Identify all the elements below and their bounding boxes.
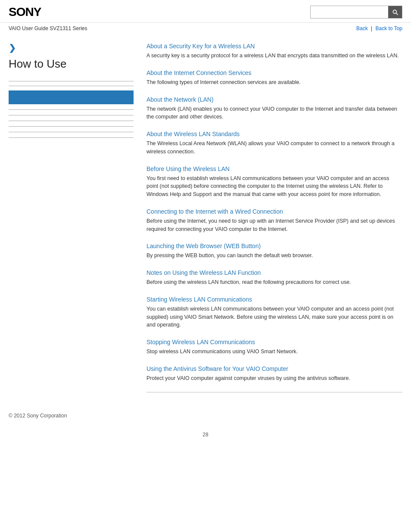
topics-container: About a Security Key for a Wireless LANA… — [146, 43, 402, 383]
topic-desc-web-browser-button: By pressing the WEB button, you can laun… — [146, 252, 402, 260]
topic-desc-internet-connection-services: The following types of Internet connecti… — [146, 78, 402, 87]
search-input[interactable] — [311, 6, 388, 18]
content-bottom-divider — [146, 392, 402, 392]
back-to-top-link[interactable]: Back to Top — [376, 25, 402, 31]
topic-desc-stopping-wireless-lan: Stop wireless LAN communications using V… — [146, 348, 402, 356]
topic-desc-starting-wireless-lan: You can establish wireless LAN communica… — [146, 305, 402, 329]
topic-link-wireless-lan-standards[interactable]: About the Wireless LAN Standards — [146, 131, 402, 137]
topic-desc-network-lan: The network (LAN) enables you to connect… — [146, 105, 402, 121]
search-button[interactable] — [388, 6, 402, 18]
topic-desc-security-key: A security key is a security protocol fo… — [146, 52, 402, 60]
topic-desc-antivirus: Protect your VAIO computer against compu… — [146, 374, 402, 383]
sub-header: VAIO User Guide SVZ1311 Series Back | Ba… — [0, 23, 411, 34]
sidebar-line-6 — [9, 137, 134, 138]
guide-title: VAIO User Guide SVZ1311 Series — [9, 25, 87, 31]
back-link[interactable]: Back — [356, 25, 368, 31]
topic-desc-notes-wireless-lan: Before using the wireless LAN function, … — [146, 278, 402, 286]
search-box — [310, 6, 402, 19]
topic-link-security-key[interactable]: About a Security Key for a Wireless LAN — [146, 43, 402, 50]
copyright: © 2012 Sony Corporation — [9, 413, 67, 419]
sidebar-title: How to Use — [9, 57, 134, 74]
sidebar: ❯ How to Use — [9, 43, 142, 399]
sidebar-arrow[interactable]: ❯ — [9, 43, 134, 53]
page-number: 28 — [0, 427, 411, 446]
topic-item: Launching the Web Browser (WEB Button)By… — [146, 243, 402, 260]
sidebar-line-4 — [9, 126, 134, 127]
topic-link-before-using-wireless-lan[interactable]: Before Using the Wireless LAN — [146, 165, 402, 172]
sidebar-lines — [9, 109, 134, 138]
topic-link-antivirus[interactable]: Using the Antivirus Software for Your VA… — [146, 365, 402, 372]
topic-item: Starting Wireless LAN CommunicationsYou … — [146, 296, 402, 329]
topic-item: Before Using the Wireless LANYou first n… — [146, 165, 402, 199]
topic-link-network-lan[interactable]: About the Network (LAN) — [146, 96, 402, 103]
sidebar-divider-2 — [9, 86, 134, 86]
topic-item: About the Wireless LAN StandardsThe Wire… — [146, 131, 402, 156]
sony-logo: SONY — [9, 5, 41, 19]
main-container: ❯ How to Use About a Security Key for a … — [0, 34, 411, 408]
sidebar-line-3 — [9, 121, 134, 121]
sidebar-line-2 — [9, 115, 134, 115]
sidebar-line-1 — [9, 109, 134, 110]
sidebar-line-5 — [9, 132, 134, 132]
topic-link-starting-wireless-lan[interactable]: Starting Wireless LAN Communications — [146, 296, 402, 303]
nav-links: Back | Back to Top — [356, 25, 402, 31]
header: SONY — [0, 0, 411, 23]
topic-link-connecting-wired[interactable]: Connecting to the Internet with a Wired … — [146, 208, 402, 215]
search-icon — [392, 9, 399, 16]
topic-item: Using the Antivirus Software for Your VA… — [146, 365, 402, 383]
content-area: About a Security Key for a Wireless LANA… — [142, 43, 402, 399]
sidebar-active-item[interactable] — [9, 90, 134, 104]
topic-desc-before-using-wireless-lan: You first need to establish wireless LAN… — [146, 174, 402, 199]
nav-separator: | — [371, 25, 372, 31]
topic-item: Connecting to the Internet with a Wired … — [146, 208, 402, 233]
topic-item: About the Internet Connection ServicesTh… — [146, 69, 402, 87]
topic-item: Notes on Using the Wireless LAN Function… — [146, 269, 402, 286]
topic-item: Stopping Wireless LAN CommunicationsStop… — [146, 339, 402, 356]
topic-link-stopping-wireless-lan[interactable]: Stopping Wireless LAN Communications — [146, 339, 402, 345]
topic-link-notes-wireless-lan[interactable]: Notes on Using the Wireless LAN Function — [146, 269, 402, 276]
topic-item: About a Security Key for a Wireless LANA… — [146, 43, 402, 60]
topic-desc-wireless-lan-standards: The Wireless Local Area Network (WLAN) a… — [146, 140, 402, 156]
topic-desc-connecting-wired: Before using the Internet, you need to s… — [146, 217, 402, 233]
footer: © 2012 Sony Corporation — [0, 408, 411, 427]
topic-link-web-browser-button[interactable]: Launching the Web Browser (WEB Button) — [146, 243, 402, 249]
topic-link-internet-connection-services[interactable]: About the Internet Connection Services — [146, 69, 402, 76]
sidebar-divider-1 — [9, 81, 134, 81]
topic-item: About the Network (LAN)The network (LAN)… — [146, 96, 402, 121]
